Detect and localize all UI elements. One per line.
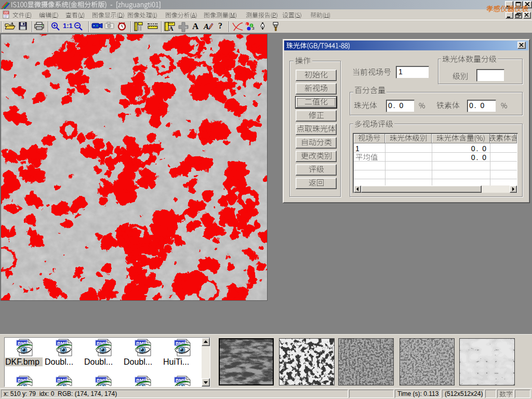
svg-text:?: ? <box>218 21 222 30</box>
svg-text:A: A <box>192 21 199 31</box>
svg-text:DOC: DOC <box>4 11 10 15</box>
svg-text:A: A <box>169 25 174 32</box>
svg-text:1:1: 1:1 <box>63 22 73 30</box>
svg-text:3: 3 <box>252 26 255 31</box>
svg-text:A: A <box>203 22 209 31</box>
